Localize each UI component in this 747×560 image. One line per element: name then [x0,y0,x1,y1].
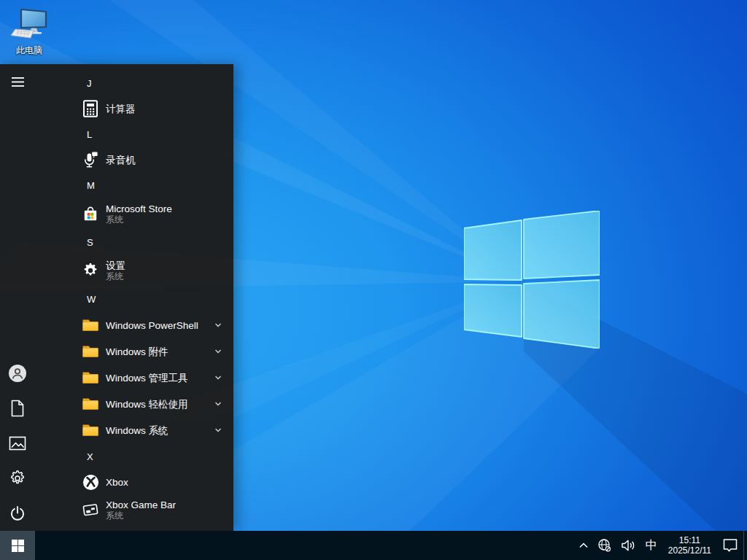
start-section-m[interactable]: M [35,172,233,198]
app-label: Microsoft Store [106,203,172,214]
user-avatar-icon [8,364,27,383]
expand-menu-button[interactable] [0,64,35,99]
clock-time: 15:11 [679,535,700,545]
hidden-icons-chevron-button[interactable] [574,531,593,560]
document-icon [9,400,26,417]
pictures-icon [9,435,26,451]
start-button[interactable] [0,531,35,560]
voice-recorder-icon [81,151,100,168]
start-menu-app-list: J 计算器 L [35,64,233,531]
start-folder-windows-accessories[interactable]: Windows 附件 [35,338,233,365]
xbox-icon [81,473,100,491]
chevron-down-icon[interactable] [214,321,222,330]
start-folder-windows-powershell[interactable]: Windows PowerShell [35,312,233,338]
network-globe-no-internet-icon [597,538,612,553]
start-section-s[interactable]: S [35,229,233,255]
power-icon [9,505,26,522]
action-center-icon [721,537,739,553]
start-app-calculator[interactable]: 计算器 [35,96,233,121]
start-app-voice-recorder[interactable]: 录音机 [35,147,233,172]
folder-icon [81,395,100,413]
folder-label: Windows 系统 [106,425,169,436]
section-letter: M [87,180,95,191]
start-section-j[interactable]: J [35,70,233,96]
chevron-down-icon[interactable] [214,373,222,382]
section-letter: W [87,294,96,305]
game-bar-icon [81,501,100,518]
rail-bottom-group [0,356,35,531]
app-sublabel: 系统 [106,214,172,225]
folder-icon [81,343,100,360]
start-section-z[interactable]: Z [35,525,233,531]
pictures-button[interactable] [0,426,35,461]
microsoft-store-icon [81,205,100,222]
app-label: 录音机 [106,155,136,166]
user-account-button[interactable] [0,356,35,391]
hamburger-icon [12,77,24,87]
windows-wallpaper-logo [464,211,600,349]
start-app-microsoft-store[interactable]: Microsoft Store 系统 [35,198,233,229]
desktop-icon-label: 此电脑 [9,44,50,57]
action-center-button[interactable] [717,531,743,560]
section-letter: J [87,78,92,89]
taskbar-clock[interactable]: 15:11 2025/12/11 [662,531,717,560]
system-tray: 中 15:11 2025/12/11 [574,531,747,560]
settings-gear-outline-icon [9,470,26,487]
folder-label: Windows 轻松使用 [106,399,188,410]
section-letter: X [87,451,93,462]
start-section-w[interactable]: W [35,286,233,312]
speaker-icon [621,539,636,552]
show-desktop-button[interactable] [743,531,747,560]
calculator-icon [81,100,100,117]
start-menu-rail [0,64,35,531]
section-letter: L [87,129,92,140]
volume-button[interactable] [616,531,640,560]
folder-icon [81,421,100,439]
start-app-xbox[interactable]: Xbox [35,470,233,494]
settings-gear-icon [81,262,100,279]
chevron-down-icon[interactable] [214,400,222,408]
windows-logo-icon [12,540,24,552]
app-sublabel: 系统 [106,510,176,521]
ime-indicator[interactable]: 中 [640,531,662,560]
start-folder-windows-system[interactable]: Windows 系统 [35,417,233,443]
desktop-icon-this-pc[interactable]: 此电脑 [9,7,50,57]
app-label: 计算器 [106,104,136,114]
taskbar: 中 15:11 2025/12/11 [0,531,747,560]
network-button[interactable] [593,531,616,560]
folder-icon [81,369,100,386]
folder-label: Windows 附件 [106,346,169,357]
settings-button[interactable] [0,461,35,496]
chevron-down-icon[interactable] [214,426,222,435]
app-sublabel: 系统 [106,271,125,281]
start-menu: J 计算器 L [0,64,233,531]
start-folder-windows-admin-tools[interactable]: Windows 管理工具 [35,365,233,391]
section-letter: S [87,237,93,248]
chevron-down-icon[interactable] [214,347,222,356]
app-label: 设置 [106,260,125,271]
chevron-up-icon [578,541,589,550]
start-app-xbox-game-bar[interactable]: Xbox Game Bar 系统 [35,494,233,525]
start-section-x[interactable]: X [35,443,233,470]
app-label: Xbox Game Bar [106,499,176,510]
start-app-settings[interactable]: 设置 系统 [35,255,233,286]
documents-button[interactable] [0,391,35,426]
folder-icon [81,316,100,334]
start-section-l[interactable]: L [35,121,233,147]
clock-date: 2025/12/11 [668,545,711,556]
start-folder-windows-ease-of-access[interactable]: Windows 轻松使用 [35,391,233,417]
this-pc-icon [9,7,49,41]
folder-label: Windows 管理工具 [106,373,188,384]
folder-label: Windows PowerShell [106,320,198,331]
power-button[interactable] [0,496,35,531]
app-label: Xbox [106,477,128,488]
